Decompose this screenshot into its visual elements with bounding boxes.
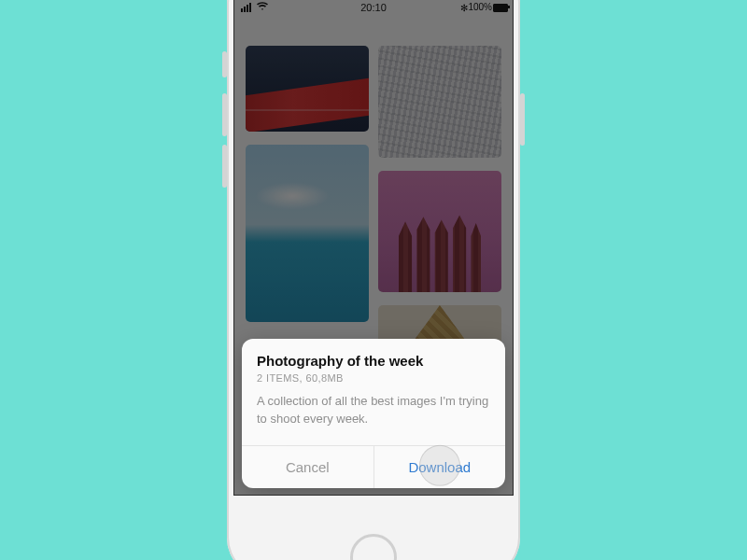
power-button bbox=[520, 93, 525, 146]
touch-indicator-icon bbox=[419, 444, 460, 485]
screen: 20:10 ✻ 100% Photography of bbox=[233, 0, 514, 496]
sheet-button-row: Cancel Download bbox=[242, 445, 505, 488]
stage: 20:10 ✻ 100% Photography of bbox=[0, 0, 747, 560]
phone-frame: 20:10 ✻ 100% Photography of bbox=[227, 0, 520, 560]
download-button[interactable]: Download bbox=[374, 446, 506, 488]
download-action-sheet: Photography of the week 2 ITEMS, 60,8MB … bbox=[242, 339, 505, 488]
sheet-title: Photography of the week bbox=[257, 353, 490, 369]
sheet-description: A collection of all the best images I'm … bbox=[257, 393, 490, 428]
volume-down-button bbox=[222, 145, 227, 188]
volume-up-button bbox=[222, 93, 227, 136]
home-button[interactable] bbox=[350, 534, 397, 560]
cancel-button[interactable]: Cancel bbox=[242, 446, 374, 488]
sheet-meta: 2 ITEMS, 60,8MB bbox=[257, 372, 490, 384]
mute-switch bbox=[222, 51, 227, 77]
